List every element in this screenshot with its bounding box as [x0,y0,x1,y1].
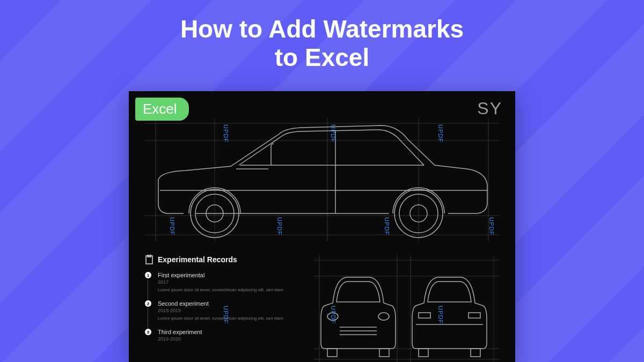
watermark: UPDF [169,217,175,235]
svg-point-30 [378,313,389,320]
svg-rect-35 [379,349,389,357]
svg-rect-36 [419,313,430,318]
clipboard-icon [145,255,153,264]
watermark: UPDF [223,124,229,143]
watermark: UPDF [276,217,283,235]
svg-rect-34 [327,349,337,357]
record-item: 3 Third experiment 2019-2020 [145,329,301,342]
watermark: UPDF [437,306,444,324]
svg-rect-39 [419,349,428,357]
svg-rect-37 [469,313,480,318]
watermark: UPDF [330,124,336,143]
document-preview: Excel SY [129,91,515,362]
page-title: How to Add Watermarksto Excel [0,15,644,72]
car-side-view [145,118,499,241]
record-item: 1 First experimental 2017 Lorem ipsum do… [145,272,301,293]
watermark: UPDF [330,306,336,324]
corner-label: SY [477,99,502,119]
excel-badge: Excel [135,98,189,121]
car-front-rear-views [314,255,499,362]
watermark: UPDF [384,217,390,235]
watermark: UPDF [488,217,495,235]
watermark: UPDF [223,306,229,324]
records-heading: Experimental Records [145,255,301,264]
watermark: UPDF [437,124,444,143]
svg-rect-40 [471,349,480,357]
